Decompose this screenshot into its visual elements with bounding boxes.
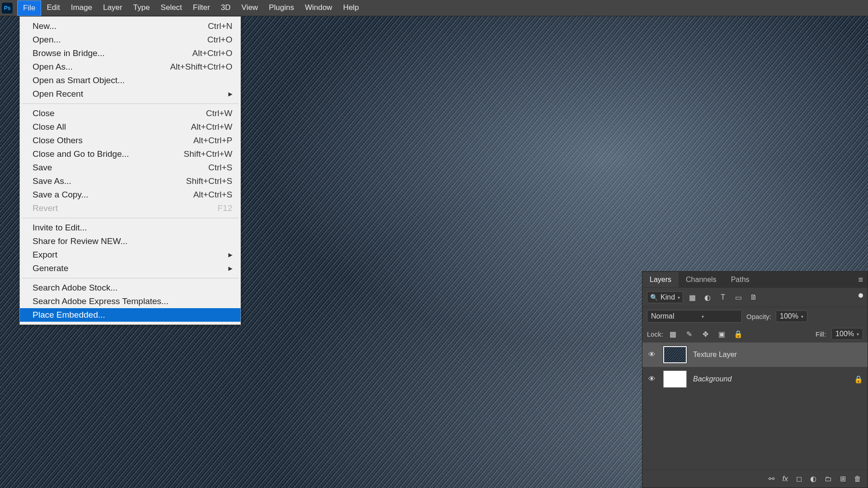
blend-mode-dropdown[interactable]: Normal ▾ bbox=[647, 310, 742, 323]
menu-item-open-recent[interactable]: Open Recent▶ bbox=[20, 87, 241, 101]
lock-icon[interactable]: 🔒 bbox=[854, 375, 863, 384]
menu-view[interactable]: View bbox=[236, 0, 264, 16]
menu-item-open-as-smart-object[interactable]: Open as Smart Object... bbox=[20, 74, 241, 87]
submenu-arrow-icon: ▶ bbox=[228, 91, 232, 97]
chevron-down-icon: ▾ bbox=[702, 314, 704, 319]
filter-type-icon[interactable]: T bbox=[718, 293, 727, 302]
layer-style-icon[interactable]: fx bbox=[783, 475, 788, 483]
menu-item-browse-in-bridge[interactable]: Browse in Bridge...Alt+Ctrl+O bbox=[20, 47, 241, 60]
menu-item-close-and-go-to-bridge[interactable]: Close and Go to Bridge...Shift+Ctrl+W bbox=[20, 147, 241, 161]
menu-edit[interactable]: Edit bbox=[41, 0, 65, 16]
menu-item-label: Place Embedded... bbox=[33, 310, 105, 320]
menu-item-share-for-review-new[interactable]: Share for Review NEW... bbox=[20, 235, 241, 248]
layer-thumbnail[interactable] bbox=[663, 346, 687, 363]
menu-item-invite-to-edit[interactable]: Invite to Edit... bbox=[20, 221, 241, 235]
lock-artboard-icon[interactable]: ▣ bbox=[717, 329, 726, 338]
menu-item-label: Open as Smart Object... bbox=[33, 75, 125, 85]
menu-filter[interactable]: Filter bbox=[188, 0, 216, 16]
menu-shortcut: Ctrl+O bbox=[208, 35, 232, 45]
menu-item-save-a-copy[interactable]: Save a Copy...Alt+Ctrl+S bbox=[20, 188, 241, 202]
panel-options-icon[interactable]: ≡ bbox=[858, 275, 863, 285]
panel-footer: ⚯ fx ◻ ◐ 🗀 ⊞ 🗑 bbox=[642, 469, 868, 488]
menu-type[interactable]: Type bbox=[127, 0, 155, 16]
file-menu-dropdown: New...Ctrl+NOpen...Ctrl+OBrowse in Bridg… bbox=[19, 16, 241, 325]
menu-file[interactable]: File bbox=[17, 0, 41, 16]
layer-mask-icon[interactable]: ◻ bbox=[796, 474, 802, 483]
menu-item-generate[interactable]: Generate▶ bbox=[20, 262, 241, 275]
opacity-input[interactable]: 100% ▾ bbox=[776, 310, 807, 322]
menu-item-search-adobe-stock[interactable]: Search Adobe Stock... bbox=[20, 281, 241, 295]
menu-item-label: New... bbox=[33, 21, 57, 31]
menu-item-place-embedded[interactable]: Place Embedded... bbox=[20, 308, 241, 322]
menu-item-open[interactable]: Open...Ctrl+O bbox=[20, 33, 241, 47]
menu-item-label: Open... bbox=[33, 35, 61, 45]
menu-item-search-adobe-express-templates[interactable]: Search Adobe Express Templates... bbox=[20, 295, 241, 308]
menu-item-close[interactable]: CloseCtrl+W bbox=[20, 107, 241, 120]
layer-name[interactable]: Background bbox=[693, 375, 848, 383]
fill-value: 100% bbox=[835, 330, 854, 338]
menu-image[interactable]: Image bbox=[66, 0, 98, 16]
lock-row: Lock: ▩ ✎ ✥ ▣ 🔒 Fill: 100% ▾ bbox=[642, 325, 868, 343]
layer-filter-row: 🔍 Kind ▾ ▦ ◐ T ▭ 🗎 bbox=[642, 288, 868, 307]
menu-layer[interactable]: Layer bbox=[98, 0, 128, 16]
menu-separator bbox=[22, 278, 239, 278]
chevron-down-icon: ▾ bbox=[801, 314, 803, 319]
layer-row[interactable]: 👁Texture Layer bbox=[642, 343, 868, 367]
opacity-label: Opacity: bbox=[746, 313, 771, 320]
menu-item-label: Open As... bbox=[33, 62, 73, 72]
menu-3d[interactable]: 3D bbox=[215, 0, 236, 16]
chevron-down-icon: ▾ bbox=[857, 332, 859, 337]
menu-shortcut: Alt+Ctrl+O bbox=[192, 48, 232, 58]
menu-item-save[interactable]: SaveCtrl+S bbox=[20, 161, 241, 174]
menu-help[interactable]: Help bbox=[338, 0, 364, 16]
link-layers-icon[interactable]: ⚯ bbox=[769, 474, 774, 483]
layer-thumbnail[interactable] bbox=[663, 371, 687, 388]
menu-item-export[interactable]: Export▶ bbox=[20, 248, 241, 262]
submenu-arrow-icon: ▶ bbox=[228, 252, 232, 258]
menu-item-open-as[interactable]: Open As...Alt+Shift+Ctrl+O bbox=[20, 60, 241, 74]
menu-item-label: Save As... bbox=[33, 176, 71, 186]
new-layer-icon[interactable]: ⊞ bbox=[840, 474, 846, 483]
menu-separator bbox=[22, 103, 239, 104]
menu-shortcut: Ctrl+S bbox=[208, 163, 232, 173]
filter-pixel-icon[interactable]: ▦ bbox=[688, 293, 697, 302]
menu-bar: Ps FileEditImageLayerTypeSelectFilter3DV… bbox=[0, 0, 868, 16]
tab-layers[interactable]: Layers bbox=[642, 272, 679, 287]
menu-item-label: Revert bbox=[33, 203, 58, 213]
menu-item-close-others[interactable]: Close OthersAlt+Ctrl+P bbox=[20, 134, 241, 147]
menu-shortcut: Alt+Shift+Ctrl+O bbox=[170, 62, 232, 72]
menu-window[interactable]: Window bbox=[299, 0, 337, 16]
lock-position-icon[interactable]: ✥ bbox=[701, 329, 710, 338]
tab-channels[interactable]: Channels bbox=[679, 272, 724, 287]
visibility-icon[interactable]: 👁 bbox=[647, 351, 657, 359]
lock-brush-icon[interactable]: ✎ bbox=[685, 329, 694, 338]
menu-item-new[interactable]: New...Ctrl+N bbox=[20, 19, 241, 33]
filter-shape-icon[interactable]: ▭ bbox=[734, 293, 743, 302]
menu-item-close-all[interactable]: Close AllAlt+Ctrl+W bbox=[20, 120, 241, 134]
layer-row[interactable]: 👁Background🔒 bbox=[642, 367, 868, 391]
menu-select[interactable]: Select bbox=[155, 0, 187, 16]
menu-shortcut: Alt+Ctrl+P bbox=[193, 136, 232, 145]
menu-plugins[interactable]: Plugins bbox=[264, 0, 300, 16]
menu-item-label: Generate bbox=[33, 263, 68, 273]
fill-input[interactable]: 100% ▾ bbox=[831, 328, 863, 340]
menu-item-label: Search Adobe Express Templates... bbox=[33, 296, 169, 306]
filter-smart-icon[interactable]: 🗎 bbox=[749, 293, 758, 302]
delete-layer-icon[interactable]: 🗑 bbox=[854, 475, 861, 483]
filter-toggle[interactable] bbox=[859, 293, 863, 298]
group-icon[interactable]: 🗀 bbox=[825, 475, 832, 483]
layer-name[interactable]: Texture Layer bbox=[693, 351, 863, 359]
filter-kind-dropdown[interactable]: 🔍 Kind ▾ bbox=[647, 291, 683, 303]
fill-label: Fill: bbox=[816, 330, 826, 338]
lock-label: Lock: bbox=[647, 330, 663, 338]
adjustment-layer-icon[interactable]: ◐ bbox=[810, 474, 816, 483]
menu-item-label: Save bbox=[33, 163, 52, 173]
filter-kind-label: Kind bbox=[660, 293, 675, 301]
lock-all-icon[interactable]: 🔒 bbox=[734, 329, 743, 338]
tab-paths[interactable]: Paths bbox=[724, 272, 757, 287]
menu-item-save-as[interactable]: Save As...Shift+Ctrl+S bbox=[20, 174, 241, 188]
filter-adjustment-icon[interactable]: ◐ bbox=[703, 293, 712, 302]
lock-transparent-icon[interactable]: ▩ bbox=[669, 329, 678, 338]
menu-item-label: Close and Go to Bridge... bbox=[33, 149, 129, 159]
visibility-icon[interactable]: 👁 bbox=[647, 375, 657, 383]
